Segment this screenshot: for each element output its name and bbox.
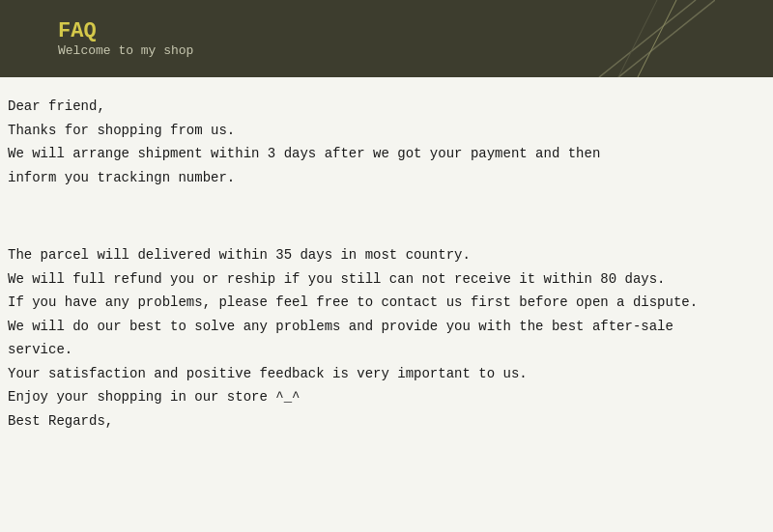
header-subtitle: Welcome to my shop <box>58 43 193 58</box>
spacer-1 <box>8 189 759 216</box>
svg-line-3 <box>618 0 657 77</box>
line-7: If you have any problems, please feel fr… <box>8 291 759 315</box>
text-group-2: The parcel will delivered within 35 days… <box>8 243 759 433</box>
svg-line-0 <box>618 0 715 77</box>
line-12: Best Regards, <box>8 409 759 434</box>
line-1: Dear friend, <box>8 95 759 119</box>
header-text: FAQ Welcome to my shop <box>58 19 193 58</box>
line-6: We will full refund you or reship if you… <box>8 267 759 292</box>
line-9: service. <box>8 338 759 362</box>
header-title: FAQ <box>58 19 193 43</box>
text-group-1: Dear friend, Thanks for shopping from us… <box>8 95 759 189</box>
line-4: inform you trackingn number. <box>8 166 759 190</box>
line-8: We will do our best to solve any problem… <box>8 315 759 339</box>
spacer-2 <box>8 216 759 243</box>
line-3: We will arrange shipment within 3 days a… <box>8 142 759 166</box>
header-decoration-icon <box>560 0 715 77</box>
line-11: Enjoy your shopping in our store ^_^ <box>8 385 759 409</box>
svg-line-1 <box>599 0 696 77</box>
main-content: Dear friend, Thanks for shopping from us… <box>0 77 773 532</box>
svg-line-2 <box>638 0 676 77</box>
page-header: FAQ Welcome to my shop <box>0 0 773 77</box>
line-5: The parcel will delivered within 35 days… <box>8 243 759 267</box>
line-10: Your satisfaction and positive feedback … <box>8 362 759 386</box>
line-2: Thanks for shopping from us. <box>8 119 759 143</box>
